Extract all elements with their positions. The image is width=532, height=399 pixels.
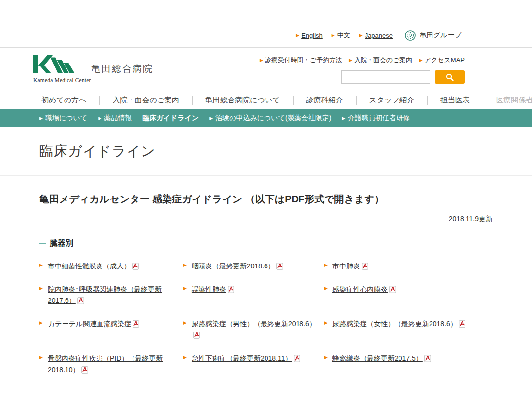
pdf-icon [362,263,368,270]
guideline-link[interactable]: ▶カテーテル関連血流感染症 [39,318,183,341]
guideline-link[interactable]: ▶急性下痢症（最終更新2018.11） [183,353,324,375]
guideline-link-label: 尿路感染症（男性）（最終更新2018.6） [192,320,316,328]
arrow-icon: ▶ [324,354,328,361]
subnav-label: 薬品情報 [104,114,132,123]
pdf-icon [81,366,88,374]
guideline-link[interactable]: ▶市中細菌性髄膜炎（成人） [39,261,183,272]
language-link-japanese[interactable]: ▶ Japanese [359,32,393,39]
guideline-link[interactable]: ▶尿路感染症（男性）（最終更新2018.6） [183,318,324,341]
guideline-link-label: 誤嚥性肺炎 [192,285,226,293]
nav-item-about-hospital[interactable]: 亀田総合病院について [193,96,293,105]
subnav-item-clinical-guidelines: 臨床ガイドライン [142,114,199,123]
page-title-band: 臨床ガイドライン [0,127,532,176]
subnav-item-workplace[interactable]: ▶ 職場について [39,114,87,123]
guideline-link-label: 急性下痢症（最終更新2018.11） [192,354,292,362]
content-heading: 亀田メディカルセンター 感染症ガイドライン （以下はPDF形式で開きます） [39,193,493,206]
language-link-english[interactable]: ▶ English [296,32,323,39]
arrow-icon: ▶ [209,116,213,121]
guideline-link[interactable]: ▶市中肺炎 [324,261,493,272]
main-nav: 初めての方へ 入院・面会のご案内 亀田総合病院について 診療科紹介 スタッフ紹介… [0,91,532,109]
site-title: 亀田総合病院 [91,63,153,75]
subnav-label: 臨床ガイドライン [142,114,199,123]
subnav-item-drug-info[interactable]: ▶ 薬品情報 [98,114,132,123]
kameda-group-emblem-icon [404,30,416,41]
utility-bar: ▶ English ▶ 中文 ▶ Japanese 亀田グループ [0,0,532,48]
guideline-link-label: 感染症性心内膜炎 [332,285,388,293]
guideline-link-grid: ▶市中細菌性髄膜炎（成人）▶咽頭炎（最終更新2018.6）▶市中肺炎▶院内肺炎･… [39,261,493,376]
guideline-link[interactable]: ▶蜂窩織炎（最終更新2017.5） [324,353,493,375]
guideline-link-label: 咽頭炎（最終更新2018.6） [192,262,275,270]
site-header: Kameda Medical Center 亀田総合病院 ▶ 診療受付時間・ご予… [0,48,532,91]
arrow-icon: ▶ [324,319,328,327]
quick-link-label: アクセスMAP [425,56,465,65]
arrow-icon: ▶ [183,262,187,269]
arrow-icon: ▶ [183,319,187,327]
guideline-link[interactable]: ▶感染症性心内膜炎 [324,284,493,306]
guideline-link[interactable]: ▶誤嚥性肺炎 [183,284,324,306]
subnav-item-clinical-trials[interactable]: ▶ 治験の申込みについて(製薬会社限定) [209,114,331,123]
arrow-icon: ▶ [342,116,345,121]
kameda-group-link[interactable]: 亀田グループ [404,30,462,41]
language-label: Japanese [365,32,393,39]
search-button[interactable] [435,70,465,84]
language-link-chinese[interactable]: ▶ 中文 [332,31,350,40]
arrow-icon: ▶ [39,116,43,121]
main-content: 亀田メディカルセンター 感染症ガイドライン （以下はPDF形式で開きます） 20… [0,176,532,376]
nav-item-staff[interactable]: スタッフ紹介 [357,96,428,105]
nav-item-first-visit[interactable]: 初めての方へ [39,96,100,105]
header-quick-links: ▶ 診療受付時間・ご予約方法 ▶ 入院・面会のご案内 ▶ アクセスMAP [292,56,465,65]
guideline-link-label: 市中肺炎 [332,262,360,270]
nav-item-doctor-schedule[interactable]: 担当医表 [428,96,483,105]
arrow-icon: ▶ [359,33,363,38]
arrow-icon: ▶ [349,58,352,63]
pdf-icon [389,286,396,293]
arrow-icon: ▶ [39,319,43,327]
quick-link-admission-visits[interactable]: ▶ 入院・面会のご案内 [349,56,412,65]
guideline-link[interactable]: ▶骨盤内炎症性疾患（PID）（最終更新2018.10） [39,353,183,375]
guideline-link[interactable]: ▶院内肺炎･呼吸器関連肺炎（最終更新2017.6） [39,284,183,306]
arrow-icon: ▶ [39,354,43,361]
subnav-item-caregiver-training[interactable]: ▶ 介護職員初任者研修 [342,114,410,123]
arrow-icon: ▶ [39,262,43,269]
pdf-icon [276,263,283,270]
guideline-link-label: 市中細菌性髄膜炎（成人） [48,262,131,270]
search-input[interactable] [341,70,430,84]
quick-link-label: 入院・面会のご案内 [354,56,412,65]
sub-nav: ▶ 職場について ▶ 薬品情報 臨床ガイドライン ▶ 治験の申込みについて(製薬… [0,109,532,127]
page-title: 臨床ガイドライン [39,142,532,161]
magnifier-icon [446,73,454,81]
pdf-icon [228,286,234,293]
arrow-icon: ▶ [419,58,423,63]
arrow-icon: ▶ [332,33,335,38]
nav-item-admission-visits[interactable]: 入院・面会のご案内 [100,96,193,105]
arrow-icon: ▶ [260,58,263,63]
language-label: English [301,32,323,39]
pdf-icon [77,297,84,304]
pdf-icon [133,320,139,328]
guideline-link-label: 尿路感染症（女性）（最終更新2018.6） [332,320,457,328]
subnav-label: 職場について [45,114,87,123]
arrow-icon: ▶ [98,116,101,121]
guideline-link-label: 骨盤内炎症性疾患（PID）（最終更新2018.10） [48,354,163,373]
pdf-icon [132,263,139,270]
quick-link-access-map[interactable]: ▶ アクセスMAP [419,56,465,65]
nav-item-medical-professionals[interactable]: 医療関係者の方へ [483,96,532,105]
guideline-link[interactable]: ▶咽頭炎（最終更新2018.6） [183,261,324,272]
logo-subtext: Kameda Medical Center [33,77,91,83]
guideline-link[interactable]: ▶尿路感染症（女性）（最終更新2018.6） [324,318,493,341]
kameda-group-label: 亀田グループ [420,31,462,40]
pdf-icon [424,355,431,362]
subnav-label: 介護職員初任者研修 [348,114,410,123]
kameda-k-logo-icon [33,53,87,76]
updated-date: 2018.11.9更新 [39,215,493,224]
guideline-link-label: 蜂窩織炎（最終更新2017.5） [332,354,423,362]
section-title: 臓器別 [50,238,73,249]
pdf-icon [459,320,466,328]
quick-link-label: 診療受付時間・ご予約方法 [265,56,342,65]
quick-link-reception-hours[interactable]: ▶ 診療受付時間・ご予約方法 [260,56,342,65]
nav-item-departments[interactable]: 診療科紹介 [294,96,357,105]
site-logo[interactable]: Kameda Medical Center [33,53,91,83]
arrow-icon: ▶ [183,285,187,292]
pdf-icon [294,355,300,362]
arrow-icon: ▶ [39,285,43,292]
